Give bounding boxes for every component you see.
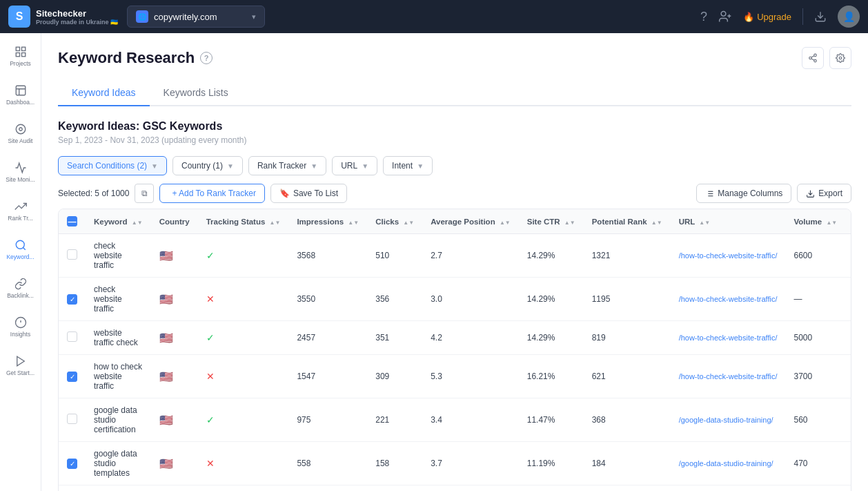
tracking-x-icon: ✕ (206, 293, 215, 305)
row-checkbox[interactable] (67, 331, 77, 342)
col-clicks[interactable]: Clicks ▲▼ (367, 209, 422, 234)
col-tracking-status[interactable]: Tracking Status ▲▼ (198, 209, 289, 234)
cell-url[interactable]: /how-to-check-website-traffic/ (671, 234, 786, 278)
col-site-ctr[interactable]: Site CTR ▲▼ (519, 209, 584, 234)
svg-marker-16 (17, 357, 24, 367)
toolbar: Selected: 5 of 1000 ⧉ + Add To Rank Trac… (58, 184, 851, 203)
cell-potential-rank: 368 (584, 398, 671, 442)
select-all-checkbox[interactable]: — (67, 216, 77, 227)
row-checkbox[interactable]: ✓ (67, 459, 77, 469)
add-user-button[interactable] (718, 10, 732, 23)
row-checkbox[interactable]: ✓ (67, 294, 77, 305)
svg-rect-8 (16, 86, 26, 96)
sidebar-item-rank-tracker[interactable]: Rank Tr... (3, 193, 39, 229)
tabs: Keyword Ideas Keywords Lists (58, 80, 851, 106)
table-header-row: — Keyword ▲▼ Country Tracking Status ▲▼ (59, 209, 851, 234)
row-checkbox[interactable] (67, 249, 77, 260)
cell-site-ctr: 14.29% (519, 234, 584, 278)
col-avg-position-label: Average Position (431, 218, 495, 226)
filter-label: Country (1) (181, 161, 223, 171)
row-checkbox[interactable] (67, 414, 77, 424)
tab-keyword-ideas[interactable]: Keyword Ideas (58, 80, 150, 106)
cell-url[interactable]: /how-to-check-website-traffic/ (671, 278, 786, 321)
svg-point-10 (19, 128, 22, 131)
sort-icon: ▲▼ (826, 220, 837, 226)
col-volume[interactable]: Volume ▲▼ (785, 209, 845, 234)
cell-url[interactable]: /how-to-check-website-traffic/ (671, 355, 786, 398)
sidebar-item-get-started[interactable]: Get Start... (3, 348, 39, 384)
filter-intent[interactable]: Intent ▼ (383, 156, 433, 175)
sort-icon: ▲▼ (132, 220, 143, 226)
cell-potential-rank: 184 (584, 442, 671, 485)
sidebar-item-dashboard[interactable]: Dashboa... (3, 77, 39, 113)
save-to-list-button[interactable]: 🔖 Save To List (270, 184, 347, 203)
manage-columns-button[interactable]: Manage Columns (696, 184, 791, 203)
row-checkbox[interactable]: ✓ (67, 372, 77, 382)
filter-label: Rank Tracker (257, 161, 306, 171)
page-help-icon[interactable]: ? (200, 52, 213, 64)
col-keyword[interactable]: Keyword ▲▼ (86, 209, 151, 234)
logo-title: Sitechecker (36, 8, 118, 19)
filter-search-conditions[interactable]: Search Conditions (2) ▼ (58, 156, 167, 175)
cell-volume: 5000 (785, 321, 845, 355)
cell-url[interactable]: /google-data-studio-training/ (671, 485, 786, 492)
cell-impressions: 430 (288, 485, 367, 492)
svg-rect-6 (16, 53, 19, 57)
tab-keywords-lists[interactable]: Keywords Lists (150, 80, 242, 106)
sidebar-item-label: Insights (10, 331, 30, 338)
sidebar-item-label: Site Audit (8, 137, 33, 144)
col-url[interactable]: URL ▲▼ (671, 209, 786, 234)
site-selector[interactable]: 🌐 copywritely.com ▾ (127, 6, 265, 28)
cell-potential-rank: 621 (584, 355, 671, 398)
export-button[interactable]: Export (797, 184, 851, 203)
svg-point-19 (814, 59, 817, 62)
filter-url[interactable]: URL ▼ (332, 156, 377, 175)
cell-trend (845, 355, 851, 398)
logo[interactable]: S Sitechecker Proudly made in Ukraine 🇺🇦 (8, 6, 119, 28)
col-trend[interactable]: Trend ▲▼ (845, 209, 851, 234)
cell-country: 🇺🇸 (151, 355, 198, 398)
section-subtitle: Sep 1, 2023 - Nov 31, 2023 (updating eve… (58, 135, 851, 145)
cell-url[interactable]: /google-data-studio-training/ (671, 442, 786, 485)
tracking-x-icon: ✕ (206, 458, 215, 469)
logo-subtitle: Proudly made in Ukraine 🇺🇦 (36, 19, 118, 26)
col-impressions[interactable]: Impressions ▲▼ (288, 209, 367, 234)
site-chevron-icon: ▾ (252, 12, 256, 21)
filter-country[interactable]: Country (1) ▼ (172, 156, 243, 175)
cell-volume: 560 (785, 398, 845, 442)
sort-icon: ▲▼ (270, 220, 281, 226)
cell-potential-rank: 1321 (584, 234, 671, 278)
export-label: Export (818, 189, 842, 198)
cell-country: 🇺🇸 (151, 398, 198, 442)
sidebar-item-site-audit[interactable]: Site Audit (3, 116, 39, 152)
tracking-check-icon: ✓ (206, 414, 215, 425)
cell-site-ctr: 16.21% (519, 355, 584, 398)
chevron-down-icon: ▼ (362, 162, 368, 170)
col-country-label: Country (159, 218, 190, 226)
col-avg-position[interactable]: Average Position ▲▼ (422, 209, 519, 234)
add-to-rank-tracker-button[interactable]: + Add To Rank Tracker (159, 184, 265, 203)
filter-rank-tracker[interactable]: Rank Tracker ▼ (248, 156, 326, 175)
col-country[interactable]: Country (151, 209, 198, 234)
cell-impressions: 558 (288, 442, 367, 485)
download-button[interactable] (814, 10, 827, 23)
sidebar-item-projects[interactable]: Projects (3, 39, 39, 75)
share-button[interactable] (802, 47, 824, 69)
sidebar-item-label: Get Start... (6, 369, 34, 376)
sidebar-item-site-monitoring[interactable]: Site Moni... (3, 155, 39, 191)
col-potential-rank[interactable]: Potential Rank ▲▼ (584, 209, 671, 234)
cell-url[interactable]: /how-to-check-website-traffic/ (671, 321, 786, 355)
col-site-ctr-label: Site CTR (527, 218, 560, 226)
upgrade-button[interactable]: 🔥 Upgrade (743, 12, 791, 22)
top-navigation: S Sitechecker Proudly made in Ukraine 🇺🇦… (0, 0, 868, 33)
tracking-x-icon: ✕ (206, 371, 215, 382)
copy-button[interactable]: ⧉ (135, 184, 154, 203)
avatar[interactable]: 👤 (838, 6, 860, 28)
settings-button[interactable] (829, 47, 851, 69)
cell-url[interactable]: /google-data-studio-training/ (671, 398, 786, 442)
cell-trend (845, 278, 851, 321)
sidebar-item-insights[interactable]: Insights (3, 309, 39, 345)
sidebar-item-backlinks[interactable]: Backlink... (3, 271, 39, 307)
sidebar-item-keyword-research[interactable]: Keyword... (3, 232, 39, 268)
help-button[interactable]: ? (700, 10, 707, 24)
